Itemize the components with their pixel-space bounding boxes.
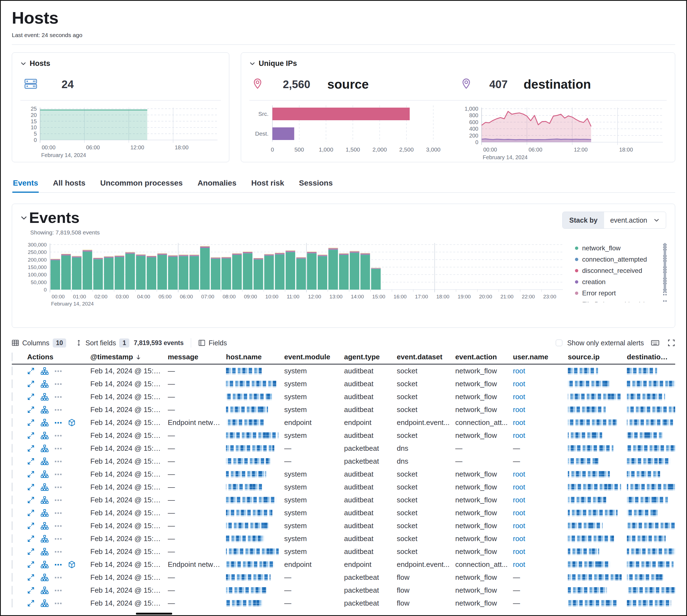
expand-event-icon[interactable] xyxy=(27,367,35,375)
more-actions-icon[interactable] xyxy=(55,564,62,566)
expand-event-icon[interactable] xyxy=(27,458,35,465)
row-checkbox[interactable] xyxy=(12,586,12,595)
more-actions-icon[interactable] xyxy=(55,473,62,476)
user-name-link[interactable]: root xyxy=(513,560,525,569)
analyze-event-icon[interactable] xyxy=(41,586,49,594)
more-actions-icon[interactable] xyxy=(55,383,62,385)
row-checkbox[interactable] xyxy=(12,534,12,543)
tab-events[interactable]: Events xyxy=(12,176,39,193)
more-actions-icon[interactable] xyxy=(55,551,62,553)
chevron-down-icon[interactable] xyxy=(20,214,26,220)
chevron-down-icon[interactable] xyxy=(20,61,26,67)
legend-item[interactable]: network_flow xyxy=(575,242,667,254)
more-actions-icon[interactable] xyxy=(55,499,62,501)
more-actions-icon[interactable] xyxy=(55,460,62,463)
more-actions-icon[interactable] xyxy=(55,512,62,514)
row-checkbox[interactable] xyxy=(12,483,12,491)
analyze-event-icon[interactable] xyxy=(41,509,49,517)
column-header-sourceip[interactable]: source.ip xyxy=(568,353,627,361)
column-header-eventaction[interactable]: event.action xyxy=(455,353,513,361)
row-checkbox[interactable] xyxy=(12,405,12,414)
expand-event-icon[interactable] xyxy=(27,522,35,530)
tab-uncommon-processes[interactable]: Uncommon processes xyxy=(100,176,183,193)
more-actions-icon[interactable] xyxy=(55,396,62,398)
expand-event-icon[interactable] xyxy=(27,419,35,426)
row-checkbox[interactable] xyxy=(12,392,12,401)
tab-all-hosts[interactable]: All hosts xyxy=(52,176,86,193)
keyboard-icon[interactable] xyxy=(651,339,659,347)
more-actions-icon[interactable] xyxy=(55,525,62,527)
row-checkbox[interactable] xyxy=(12,418,12,427)
user-name-link[interactable]: root xyxy=(513,393,525,401)
columns-button[interactable]: Columns 10 xyxy=(12,338,66,348)
analyze-event-icon[interactable] xyxy=(41,419,49,426)
fullscreen-icon[interactable] xyxy=(667,339,675,347)
analyze-event-icon[interactable] xyxy=(41,406,49,414)
legend-scrollbar-thumb[interactable] xyxy=(664,243,666,292)
legend-item[interactable]: disconnect_received xyxy=(575,265,667,276)
user-name-link[interactable]: root xyxy=(513,534,525,543)
expand-event-icon[interactable] xyxy=(27,380,35,388)
expand-event-icon[interactable] xyxy=(27,393,35,400)
user-name-link[interactable]: root xyxy=(513,367,525,375)
stack-by-select[interactable]: event.action xyxy=(604,212,666,228)
legend-item[interactable]: connection_attempted xyxy=(575,254,667,265)
column-header-eventdataset[interactable]: event.dataset xyxy=(397,353,455,361)
column-header-username[interactable]: user.name xyxy=(513,353,568,361)
row-checkbox[interactable] xyxy=(12,444,12,453)
analyze-event-icon[interactable] xyxy=(41,548,49,556)
row-checkbox[interactable] xyxy=(12,457,12,466)
more-actions-icon[interactable] xyxy=(55,538,62,540)
expand-event-icon[interactable] xyxy=(27,509,35,516)
user-name-link[interactable]: root xyxy=(513,496,525,504)
row-checkbox[interactable] xyxy=(12,547,12,556)
row-checkbox[interactable] xyxy=(12,379,12,388)
row-checkbox[interactable] xyxy=(12,470,12,479)
column-header-message[interactable]: message xyxy=(168,353,226,361)
legend-item[interactable]: Error report xyxy=(575,287,667,299)
analyze-event-icon[interactable] xyxy=(41,457,49,465)
user-name-link[interactable]: root xyxy=(513,547,525,556)
column-header-hostname[interactable]: host.name xyxy=(226,353,284,361)
analyze-event-icon[interactable] xyxy=(41,573,49,581)
tab-anomalies[interactable]: Anomalies xyxy=(197,176,237,193)
tab-host-risk[interactable]: Host risk xyxy=(251,176,285,193)
analyze-event-icon[interactable] xyxy=(41,483,49,491)
more-actions-icon[interactable] xyxy=(55,435,62,437)
legend-item[interactable]: File Delete archived (... xyxy=(575,299,667,302)
more-actions-icon[interactable] xyxy=(55,486,62,488)
expand-event-icon[interactable] xyxy=(27,535,35,543)
row-checkbox[interactable] xyxy=(12,573,12,582)
analyze-event-icon[interactable] xyxy=(41,496,49,504)
column-header-agenttype[interactable]: agent.type xyxy=(344,353,397,361)
expand-event-icon[interactable] xyxy=(27,561,35,568)
row-checkbox[interactable] xyxy=(12,496,12,504)
more-actions-icon[interactable] xyxy=(55,370,62,372)
expand-event-icon[interactable] xyxy=(27,496,35,504)
analyze-event-icon[interactable] xyxy=(41,599,49,607)
analyze-event-icon[interactable] xyxy=(41,560,49,569)
chevron-down-icon[interactable] xyxy=(249,61,255,67)
more-actions-icon[interactable] xyxy=(55,422,62,424)
fields-button[interactable]: Fields xyxy=(198,339,227,347)
user-name-link[interactable]: root xyxy=(513,418,525,426)
user-name-link[interactable]: root xyxy=(513,380,525,388)
row-checkbox[interactable] xyxy=(12,508,12,517)
more-actions-icon[interactable] xyxy=(55,409,62,411)
tab-sessions[interactable]: Sessions xyxy=(299,176,333,193)
user-name-link[interactable]: root xyxy=(513,405,525,414)
horizontal-scrollbar-thumb[interactable] xyxy=(136,613,172,615)
select-all-checkbox[interactable] xyxy=(12,352,12,361)
user-name-link[interactable]: root xyxy=(513,431,525,439)
legend-options-icon[interactable] xyxy=(663,300,667,302)
analyze-event-icon[interactable] xyxy=(41,380,49,388)
row-checkbox[interactable] xyxy=(12,431,12,440)
user-name-link[interactable]: root xyxy=(513,483,525,491)
expand-event-icon[interactable] xyxy=(27,599,35,607)
user-name-link[interactable]: root xyxy=(513,509,525,517)
analyze-event-icon[interactable] xyxy=(41,432,49,439)
column-header-eventmodule[interactable]: event.module xyxy=(284,353,344,361)
analyze-event-icon[interactable] xyxy=(41,535,49,543)
expand-event-icon[interactable] xyxy=(27,470,35,478)
analyze-event-icon[interactable] xyxy=(41,444,49,453)
